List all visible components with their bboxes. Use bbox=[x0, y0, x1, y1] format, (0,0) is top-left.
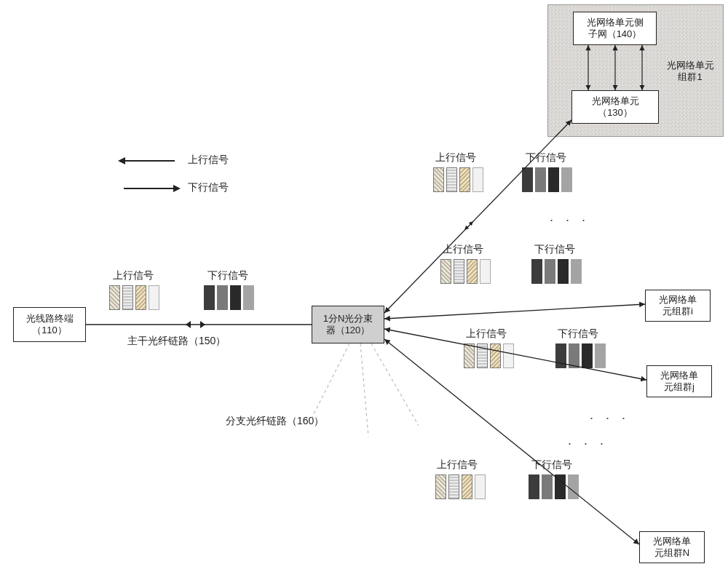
bar bbox=[568, 474, 579, 499]
bN-up-text: 上行信号 bbox=[437, 458, 478, 470]
svg-line-8 bbox=[360, 343, 368, 437]
bar bbox=[109, 285, 120, 310]
olt-box: 光线路终端 （110） bbox=[13, 307, 86, 342]
group1-label-l2: 组群1 bbox=[678, 71, 702, 82]
bar bbox=[435, 474, 446, 499]
svg-line-1 bbox=[384, 120, 571, 313]
bar bbox=[433, 167, 444, 192]
b1-down-label: 下行信号 bbox=[526, 151, 566, 164]
bar bbox=[243, 285, 254, 310]
dots-2: . . . bbox=[590, 408, 630, 423]
bar bbox=[571, 259, 582, 284]
bar bbox=[446, 167, 457, 192]
bar bbox=[204, 285, 215, 310]
bar bbox=[558, 259, 569, 284]
bar bbox=[503, 343, 514, 368]
svg-line-2 bbox=[464, 221, 473, 230]
bar bbox=[569, 343, 579, 368]
splitter-line1: 1分N光分束 bbox=[323, 313, 373, 325]
group-i-box: 光网络单 元组群i bbox=[645, 290, 711, 322]
bar bbox=[522, 167, 533, 192]
trunk-upstream-bars bbox=[109, 285, 159, 310]
svg-line-7 bbox=[312, 343, 349, 418]
bar bbox=[555, 474, 566, 499]
group-j-l2: 元组群j bbox=[664, 381, 695, 393]
bj-up-label: 上行信号 bbox=[466, 327, 507, 341]
svg-line-3 bbox=[464, 221, 473, 230]
bi-up-bars bbox=[440, 259, 491, 284]
group-j-l1: 光网络单 bbox=[660, 370, 698, 381]
onu-subnet-line2: 子网（140） bbox=[588, 28, 642, 40]
legend-downstream-label: 下行信号 bbox=[188, 181, 229, 194]
bar bbox=[475, 474, 486, 499]
bar bbox=[595, 343, 606, 368]
bN-down-bars bbox=[529, 474, 579, 499]
bj-down-bars bbox=[555, 343, 606, 368]
bj-up-bars bbox=[464, 343, 514, 368]
bi-up-text: 上行信号 bbox=[443, 243, 483, 255]
svg-line-4 bbox=[384, 304, 645, 319]
bar bbox=[531, 259, 542, 284]
bN-up-bars bbox=[435, 474, 486, 499]
bar bbox=[529, 474, 539, 499]
splitter-box: 1分N光分束 器（120） bbox=[312, 306, 384, 343]
legend-upstream-arrow bbox=[124, 160, 175, 162]
bj-up-text: 上行信号 bbox=[466, 327, 507, 339]
bar bbox=[440, 259, 451, 284]
bar bbox=[448, 474, 459, 499]
bar bbox=[149, 285, 159, 310]
b1-down-bars bbox=[522, 167, 572, 192]
bar bbox=[480, 259, 491, 284]
bar bbox=[462, 474, 472, 499]
bN-up-label: 上行信号 bbox=[437, 458, 478, 472]
bar bbox=[230, 285, 241, 310]
dots-3: . . . bbox=[568, 433, 608, 448]
bar bbox=[472, 167, 483, 192]
bar bbox=[490, 343, 501, 368]
b1-up-text: 上行信号 bbox=[435, 151, 476, 163]
legend-upstream-label: 上行信号 bbox=[188, 154, 229, 167]
bi-down-label: 下行信号 bbox=[534, 243, 575, 256]
bj-down-label: 下行信号 bbox=[558, 327, 598, 341]
bar bbox=[535, 167, 546, 192]
bi-down-text: 下行信号 bbox=[534, 243, 575, 255]
trunk-link-text: 主干光纤链路（150） bbox=[127, 335, 226, 346]
group-N-l1: 光网络单 bbox=[653, 536, 691, 547]
group-j-box: 光网络单 元组群j bbox=[646, 365, 712, 397]
onu-box: 光网络单元 （130） bbox=[571, 90, 659, 124]
svg-line-5 bbox=[384, 329, 646, 380]
group1-label: 光网络单元 组群1 bbox=[661, 60, 719, 82]
bN-down-text: 下行信号 bbox=[531, 458, 572, 470]
bar bbox=[467, 259, 478, 284]
onu-ref: （130） bbox=[598, 107, 633, 119]
bar bbox=[561, 167, 572, 192]
trunk-link-label: 主干光纤链路（150） bbox=[127, 335, 226, 348]
legend-downstream-arrow bbox=[124, 188, 175, 189]
trunk-up-label: 上行信号 bbox=[113, 269, 154, 282]
olt-line1: 光线路终端 bbox=[26, 313, 74, 325]
group-N-l2: 元组群N bbox=[654, 547, 689, 559]
group-N-box: 光网络单 元组群N bbox=[639, 531, 705, 563]
bar bbox=[464, 343, 475, 368]
dots-1: . . . bbox=[550, 210, 590, 225]
legend-upstream-text: 上行信号 bbox=[188, 154, 229, 165]
onu-subnet-box: 光网络单元侧 子网（140） bbox=[573, 12, 657, 45]
bar bbox=[459, 167, 470, 192]
group-i-l1: 光网络单 bbox=[659, 294, 697, 306]
onu-subnet-line1: 光网络单元侧 bbox=[587, 17, 644, 28]
bar bbox=[548, 167, 559, 192]
olt-ref: （110） bbox=[32, 325, 67, 336]
splitter-line2: 器（120） bbox=[326, 325, 371, 336]
branch-link-label: 分支光纤链路（160） bbox=[226, 415, 324, 428]
bar bbox=[555, 343, 566, 368]
b1-up-bars bbox=[433, 167, 483, 192]
trunk-down-label: 下行信号 bbox=[207, 269, 248, 282]
legend-downstream-text: 下行信号 bbox=[188, 181, 229, 193]
trunk-down-text: 下行信号 bbox=[207, 269, 248, 281]
bi-down-bars bbox=[531, 259, 582, 284]
bN-down-label: 下行信号 bbox=[531, 458, 572, 472]
bar bbox=[582, 343, 593, 368]
bi-up-label: 上行信号 bbox=[443, 243, 483, 256]
trunk-downstream-bars bbox=[204, 285, 254, 310]
trunk-up-text: 上行信号 bbox=[113, 269, 154, 281]
